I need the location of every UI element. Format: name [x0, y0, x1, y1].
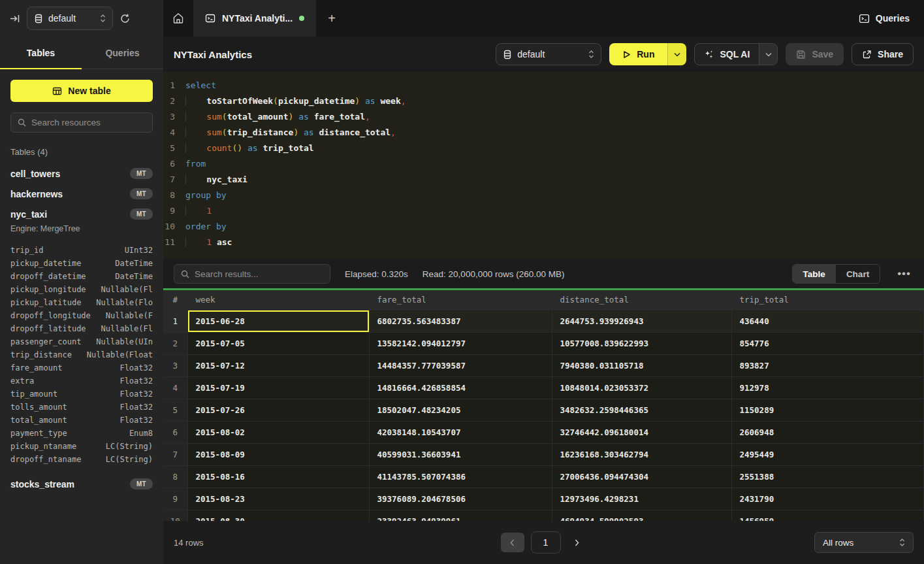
column-header-week[interactable]: week: [187, 290, 369, 310]
sql-ai-button[interactable]: SQL AI: [695, 44, 759, 65]
code-token: 1: [206, 206, 212, 216]
table-row: 102015-08-3023392463.949399614694934.599…: [163, 510, 924, 521]
tables-section-label: Tables (4): [0, 144, 163, 163]
data-cell[interactable]: 27006436.094474304: [552, 465, 731, 488]
column-header-index[interactable]: #: [163, 290, 187, 310]
column-header-trip_total[interactable]: trip_total: [731, 290, 924, 310]
data-cell[interactable]: 2015-06-28: [187, 310, 369, 332]
sidebar-tab-queries[interactable]: Queries: [82, 37, 163, 69]
sidebar-table-item-cell_towers[interactable]: cell_towersMT: [0, 163, 163, 184]
data-cell[interactable]: 14816664.426858854: [369, 376, 552, 399]
data-cell[interactable]: 32746442.096180014: [552, 421, 731, 443]
data-cell[interactable]: 2015-08-16: [187, 465, 369, 488]
database-selector[interactable]: default: [27, 7, 113, 30]
data-cell[interactable]: 13582142.094012797: [369, 332, 552, 354]
data-cell[interactable]: 23392463.94939961: [369, 510, 552, 521]
current-page[interactable]: 1: [531, 531, 561, 554]
column-type: LC(String): [106, 442, 153, 451]
data-cell[interactable]: 2495449: [731, 443, 924, 465]
sidebar-table-item-stocks_stream[interactable]: stocks_streamMT: [0, 474, 163, 494]
code-line: 6from: [163, 156, 924, 172]
data-cell[interactable]: 2015-07-19: [187, 376, 369, 399]
view-tab-table[interactable]: Table: [793, 265, 836, 283]
data-cell[interactable]: 6802735.563483387: [369, 310, 552, 332]
data-cell[interactable]: 2644753.939926943: [552, 310, 731, 332]
row-index-cell[interactable]: 8: [163, 465, 187, 488]
data-cell[interactable]: 2015-08-30: [187, 510, 369, 521]
column-header-distance_total[interactable]: distance_total: [552, 290, 731, 310]
data-cell[interactable]: 1150289: [731, 399, 924, 421]
sql-ai-options-caret[interactable]: [759, 44, 777, 65]
view-tab-chart[interactable]: Chart: [836, 265, 880, 283]
row-index-cell[interactable]: 10: [163, 510, 187, 521]
data-cell[interactable]: 14484357.777039587: [369, 354, 552, 376]
share-button[interactable]: Share: [852, 43, 914, 65]
data-cell[interactable]: 912978: [731, 376, 924, 399]
tab-nytaxi-analytics[interactable]: NYTaxi Analyti...: [193, 0, 316, 37]
collapse-sidebar-icon[interactable]: [9, 13, 20, 24]
column-row: pickup_latitudeNullable(Flo: [10, 296, 153, 309]
row-index-cell[interactable]: 1: [163, 310, 187, 332]
sidebar-table-item-nyc_taxi[interactable]: nyc_taxiMT: [0, 204, 163, 224]
row-index-cell[interactable]: 5: [163, 399, 187, 421]
data-cell[interactable]: 2551388: [731, 465, 924, 488]
data-cell[interactable]: 2015-07-12: [187, 354, 369, 376]
row-index-cell[interactable]: 9: [163, 488, 187, 510]
data-cell[interactable]: 3482632.2598446365: [552, 399, 731, 421]
data-cell[interactable]: 2606948: [731, 421, 924, 443]
resource-search-input[interactable]: [31, 118, 146, 127]
sql-editor[interactable]: 1select2 toStartOfWeek(pickup_datetime) …: [163, 72, 924, 259]
data-cell[interactable]: 1456959: [731, 510, 924, 521]
save-button[interactable]: Save: [786, 43, 844, 65]
data-cell[interactable]: 854776: [731, 332, 924, 354]
new-table-button[interactable]: New table: [10, 80, 153, 102]
row-index-cell[interactable]: 7: [163, 443, 187, 465]
run-button[interactable]: Run: [609, 43, 667, 65]
share-icon: [862, 50, 872, 59]
data-cell[interactable]: 41143785.507074386: [369, 465, 552, 488]
row-index-cell[interactable]: 6: [163, 421, 187, 443]
data-cell[interactable]: 2015-07-26: [187, 399, 369, 421]
queries-link[interactable]: Queries: [859, 0, 910, 37]
top-bar: default NYTaxi Analyti... +: [0, 0, 924, 37]
query-database-selector[interactable]: default: [496, 43, 601, 65]
updown-chevron-icon: [899, 538, 905, 547]
data-cell[interactable]: 42038148.10543707: [369, 421, 552, 443]
data-cell[interactable]: 40599031.36603941: [369, 443, 552, 465]
data-cell[interactable]: 893827: [731, 354, 924, 376]
data-cell[interactable]: 2015-07-05: [187, 332, 369, 354]
row-index-cell[interactable]: 2: [163, 332, 187, 354]
prev-page-button[interactable]: [501, 533, 524, 552]
next-page-button[interactable]: [567, 533, 587, 552]
data-cell[interactable]: 18502047.48234205: [369, 399, 552, 421]
data-cell[interactable]: 16236168.303462794: [552, 443, 731, 465]
refresh-icon[interactable]: [119, 13, 131, 24]
row-index-cell[interactable]: 4: [163, 376, 187, 399]
data-cell[interactable]: 10577008.839622993: [552, 332, 731, 354]
home-icon[interactable]: [163, 0, 193, 37]
data-cell[interactable]: 4694934.599902593: [552, 510, 731, 521]
sidebar-table-item-hackernews[interactable]: hackernewsMT: [0, 184, 163, 204]
code-line: 11 1 asc: [163, 235, 924, 250]
database-selector-value: default: [48, 13, 76, 24]
column-row: dropoff_ntanameLC(String): [10, 453, 153, 466]
data-cell[interactable]: 2015-08-23: [187, 488, 369, 510]
data-cell[interactable]: 7940380.031105718: [552, 354, 731, 376]
data-cell[interactable]: 10848014.023053372: [552, 376, 731, 399]
data-cell[interactable]: 2431790: [731, 488, 924, 510]
results-search-input[interactable]: [195, 269, 323, 279]
code-line: 3 sum(total_amount) as fare_total,: [163, 109, 924, 125]
data-cell[interactable]: 436440: [731, 310, 924, 332]
column-header-fare_total[interactable]: fare_total: [369, 290, 552, 310]
row-index-cell[interactable]: 3: [163, 354, 187, 376]
data-cell[interactable]: 2015-08-09: [187, 443, 369, 465]
more-options-icon[interactable]: •••: [895, 267, 914, 280]
data-cell[interactable]: 39376089.204678506: [369, 488, 552, 510]
data-cell[interactable]: 12973496.4298231: [552, 488, 731, 510]
data-cell[interactable]: 2015-08-02: [187, 421, 369, 443]
page-size-selector[interactable]: All rows: [814, 532, 914, 553]
run-options-caret[interactable]: [667, 43, 686, 65]
sidebar-tab-tables[interactable]: Tables: [0, 37, 82, 69]
table-engine-badge: MT: [130, 208, 153, 220]
new-tab-button[interactable]: +: [316, 0, 347, 37]
